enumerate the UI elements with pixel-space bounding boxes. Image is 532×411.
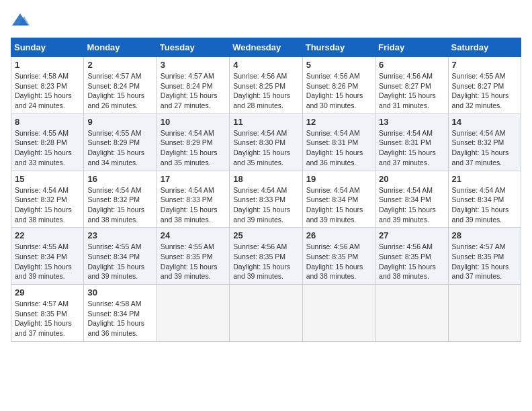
day-number: 9: [87, 117, 152, 127]
day-number: 18: [233, 174, 298, 184]
calendar-header-monday: Monday: [84, 38, 157, 57]
day-number: 27: [379, 230, 444, 240]
calendar-cell: 26Sunrise: 4:56 AMSunset: 8:35 PMDayligh…: [302, 228, 375, 285]
calendar-cell: 11Sunrise: 4:54 AMSunset: 8:30 PMDayligh…: [230, 113, 302, 171]
day-number: 14: [452, 117, 517, 127]
day-info: Sunrise: 4:56 AMSunset: 8:35 PMDaylight:…: [306, 242, 371, 281]
day-number: 16: [87, 174, 152, 184]
logo-icon: [11, 11, 30, 30]
day-info: Sunrise: 4:56 AMSunset: 8:35 PMDaylight:…: [233, 242, 298, 281]
calendar-cell: 6Sunrise: 4:56 AMSunset: 8:27 PMDaylight…: [375, 57, 448, 114]
calendar-table: SundayMondayTuesdayWednesdayThursdayFrid…: [11, 38, 521, 342]
day-info: Sunrise: 4:54 AMSunset: 8:33 PMDaylight:…: [161, 185, 226, 225]
day-info: Sunrise: 4:54 AMSunset: 8:32 PMDaylight:…: [15, 185, 80, 225]
calendar-cell: 4Sunrise: 4:56 AMSunset: 8:25 PMDaylight…: [230, 57, 302, 114]
day-number: 30: [87, 287, 152, 298]
day-info: Sunrise: 4:54 AMSunset: 8:30 PMDaylight:…: [233, 128, 298, 168]
calendar-header-thursday: Thursday: [302, 38, 375, 57]
day-number: 5: [306, 60, 371, 70]
day-number: 2: [87, 60, 152, 70]
day-info: Sunrise: 4:57 AMSunset: 8:24 PMDaylight:…: [161, 71, 226, 111]
day-info: Sunrise: 4:55 AMSunset: 8:27 PMDaylight:…: [452, 71, 517, 111]
day-info: Sunrise: 4:54 AMSunset: 8:34 PMDaylight:…: [379, 185, 444, 225]
day-info: Sunrise: 4:54 AMSunset: 8:32 PMDaylight:…: [87, 185, 152, 225]
calendar-cell: 3Sunrise: 4:57 AMSunset: 8:24 PMDaylight…: [157, 57, 229, 114]
calendar-header-wednesday: Wednesday: [230, 38, 302, 57]
day-number: 6: [379, 60, 444, 70]
day-number: 13: [379, 117, 444, 127]
calendar-cell: [230, 285, 302, 342]
day-number: 7: [452, 60, 517, 70]
day-info: Sunrise: 4:54 AMSunset: 8:31 PMDaylight:…: [306, 128, 371, 168]
day-info: Sunrise: 4:56 AMSunset: 8:35 PMDaylight:…: [379, 242, 444, 281]
day-number: 20: [379, 174, 444, 184]
calendar-cell: 28Sunrise: 4:57 AMSunset: 8:35 PMDayligh…: [448, 228, 521, 285]
logo: [11, 11, 32, 30]
day-number: 1: [15, 60, 80, 70]
day-number: 3: [161, 60, 226, 70]
calendar-cell: 17Sunrise: 4:54 AMSunset: 8:33 PMDayligh…: [157, 171, 229, 228]
day-number: 23: [87, 230, 152, 240]
calendar-cell: 16Sunrise: 4:54 AMSunset: 8:32 PMDayligh…: [84, 171, 157, 228]
day-info: Sunrise: 4:55 AMSunset: 8:34 PMDaylight:…: [15, 242, 80, 281]
calendar-cell: [302, 285, 375, 342]
day-number: 10: [161, 117, 226, 127]
day-number: 28: [452, 230, 517, 240]
calendar-header-sunday: Sunday: [11, 38, 84, 57]
calendar-cell: 18Sunrise: 4:54 AMSunset: 8:33 PMDayligh…: [230, 171, 302, 228]
calendar-week-2: 8Sunrise: 4:55 AMSunset: 8:28 PMDaylight…: [11, 113, 521, 171]
day-number: 29: [15, 287, 80, 298]
calendar-cell: 8Sunrise: 4:55 AMSunset: 8:28 PMDaylight…: [11, 113, 84, 171]
day-info: Sunrise: 4:57 AMSunset: 8:24 PMDaylight:…: [87, 71, 152, 111]
day-number: 19: [306, 174, 371, 184]
calendar-cell: 13Sunrise: 4:54 AMSunset: 8:31 PMDayligh…: [375, 113, 448, 171]
calendar-header-row: SundayMondayTuesdayWednesdayThursdayFrid…: [11, 38, 521, 57]
calendar-week-1: 1Sunrise: 4:58 AMSunset: 8:23 PMDaylight…: [11, 57, 521, 114]
day-info: Sunrise: 4:57 AMSunset: 8:35 PMDaylight:…: [15, 299, 80, 338]
calendar-cell: 15Sunrise: 4:54 AMSunset: 8:32 PMDayligh…: [11, 171, 84, 228]
day-info: Sunrise: 4:58 AMSunset: 8:34 PMDaylight:…: [87, 299, 152, 338]
calendar-cell: 29Sunrise: 4:57 AMSunset: 8:35 PMDayligh…: [11, 285, 84, 342]
day-info: Sunrise: 4:56 AMSunset: 8:25 PMDaylight:…: [233, 71, 298, 111]
day-info: Sunrise: 4:58 AMSunset: 8:23 PMDaylight:…: [15, 71, 80, 111]
calendar-cell: 14Sunrise: 4:54 AMSunset: 8:32 PMDayligh…: [448, 113, 521, 171]
day-number: 11: [233, 117, 298, 127]
calendar-cell: 22Sunrise: 4:55 AMSunset: 8:34 PMDayligh…: [11, 228, 84, 285]
day-info: Sunrise: 4:55 AMSunset: 8:28 PMDaylight:…: [15, 128, 80, 168]
calendar-cell: 23Sunrise: 4:55 AMSunset: 8:34 PMDayligh…: [84, 228, 157, 285]
day-info: Sunrise: 4:54 AMSunset: 8:31 PMDaylight:…: [379, 128, 444, 168]
day-info: Sunrise: 4:56 AMSunset: 8:26 PMDaylight:…: [306, 71, 371, 111]
calendar-cell: 12Sunrise: 4:54 AMSunset: 8:31 PMDayligh…: [302, 113, 375, 171]
calendar-cell: 5Sunrise: 4:56 AMSunset: 8:26 PMDaylight…: [302, 57, 375, 114]
day-number: 21: [452, 174, 517, 184]
calendar-header-tuesday: Tuesday: [157, 38, 229, 57]
calendar-week-5: 29Sunrise: 4:57 AMSunset: 8:35 PMDayligh…: [11, 285, 521, 342]
day-info: Sunrise: 4:55 AMSunset: 8:35 PMDaylight:…: [161, 242, 226, 281]
calendar-header-friday: Friday: [375, 38, 448, 57]
day-info: Sunrise: 4:54 AMSunset: 8:33 PMDaylight:…: [233, 185, 298, 225]
day-info: Sunrise: 4:54 AMSunset: 8:29 PMDaylight:…: [161, 128, 226, 168]
day-info: Sunrise: 4:54 AMSunset: 8:34 PMDaylight:…: [306, 185, 371, 225]
calendar-cell: 24Sunrise: 4:55 AMSunset: 8:35 PMDayligh…: [157, 228, 229, 285]
day-number: 25: [233, 230, 298, 240]
calendar-cell: 30Sunrise: 4:58 AMSunset: 8:34 PMDayligh…: [84, 285, 157, 342]
day-info: Sunrise: 4:54 AMSunset: 8:32 PMDaylight:…: [452, 128, 517, 168]
page-header: [11, 11, 521, 30]
calendar-cell: 25Sunrise: 4:56 AMSunset: 8:35 PMDayligh…: [230, 228, 302, 285]
calendar-cell: 19Sunrise: 4:54 AMSunset: 8:34 PMDayligh…: [302, 171, 375, 228]
calendar-header-saturday: Saturday: [448, 38, 521, 57]
calendar-cell: 27Sunrise: 4:56 AMSunset: 8:35 PMDayligh…: [375, 228, 448, 285]
calendar-cell: 7Sunrise: 4:55 AMSunset: 8:27 PMDaylight…: [448, 57, 521, 114]
day-number: 12: [306, 117, 371, 127]
calendar-cell: 9Sunrise: 4:55 AMSunset: 8:29 PMDaylight…: [84, 113, 157, 171]
calendar-cell: [375, 285, 448, 342]
day-number: 15: [15, 174, 80, 184]
day-number: 8: [15, 117, 80, 127]
calendar-cell: 2Sunrise: 4:57 AMSunset: 8:24 PMDaylight…: [84, 57, 157, 114]
day-number: 4: [233, 60, 298, 70]
calendar-week-3: 15Sunrise: 4:54 AMSunset: 8:32 PMDayligh…: [11, 171, 521, 228]
calendar-week-4: 22Sunrise: 4:55 AMSunset: 8:34 PMDayligh…: [11, 228, 521, 285]
calendar-cell: [448, 285, 521, 342]
day-number: 22: [15, 230, 80, 240]
calendar-cell: [157, 285, 229, 342]
